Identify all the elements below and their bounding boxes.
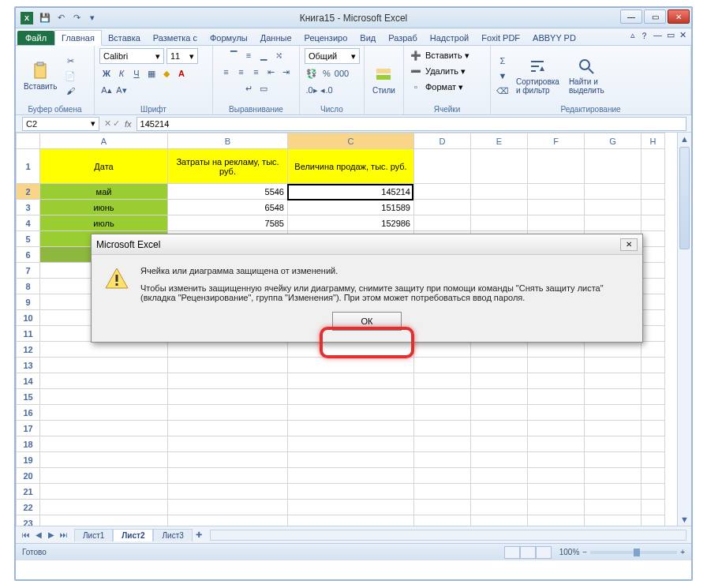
selected-cell[interactable]: 145214 — [288, 184, 414, 200]
sort-filter-button[interactable]: Сортировка и фильтр — [513, 55, 563, 96]
tab-foxit[interactable]: Foxit PDF — [475, 31, 526, 45]
cell[interactable] — [528, 515, 585, 526]
font-color-icon[interactable]: A — [174, 66, 189, 81]
cell[interactable] — [528, 342, 585, 358]
cell[interactable] — [168, 468, 288, 484]
cell[interactable] — [414, 500, 471, 515]
cell[interactable] — [471, 373, 528, 389]
cell[interactable] — [414, 358, 471, 373]
cell[interactable]: июль — [40, 215, 168, 231]
row-header[interactable]: 8 — [17, 279, 40, 294]
scroll-up-icon[interactable]: ▲ — [678, 133, 691, 145]
cell[interactable] — [528, 358, 585, 373]
cell[interactable] — [528, 405, 585, 421]
cell[interactable] — [528, 500, 585, 515]
zoom-slider[interactable] — [590, 551, 677, 554]
row-header[interactable]: 17 — [17, 421, 40, 436]
cell[interactable] — [585, 342, 642, 358]
maximize-button[interactable]: ▭ — [644, 9, 666, 24]
cell[interactable] — [642, 326, 665, 342]
fill-color-icon[interactable]: ◆ — [159, 66, 174, 81]
cell[interactable] — [288, 358, 414, 373]
comma-icon[interactable]: 000 — [335, 66, 349, 81]
cell[interactable] — [40, 389, 168, 405]
view-page-layout-icon[interactable] — [520, 546, 536, 559]
inner-close-icon[interactable]: ✕ — [679, 30, 686, 42]
find-select-button[interactable]: Найти и выделить — [566, 55, 608, 96]
cell[interactable] — [414, 515, 471, 526]
row-header[interactable]: 19 — [17, 452, 40, 468]
cell[interactable] — [642, 515, 665, 526]
tab-layout[interactable]: Разметка с — [147, 31, 204, 45]
minimize-button[interactable]: — — [620, 9, 642, 24]
align-center-icon[interactable]: ≡ — [234, 65, 249, 79]
col-header[interactable]: B — [168, 133, 288, 149]
cell[interactable]: 152986 — [288, 215, 414, 231]
clear-icon[interactable]: ⌫ — [496, 84, 510, 98]
row-header[interactable]: 18 — [17, 436, 40, 452]
cell[interactable] — [585, 358, 642, 373]
cell[interactable] — [471, 421, 528, 436]
tab-view[interactable]: Вид — [354, 31, 382, 45]
cell[interactable] — [40, 484, 168, 500]
copy-icon[interactable]: 📄 — [63, 69, 77, 83]
cell[interactable] — [642, 294, 665, 310]
cell[interactable] — [642, 484, 665, 500]
cell[interactable] — [40, 452, 168, 468]
cell[interactable] — [168, 500, 288, 515]
cells-delete-button[interactable]: ➖Удалить▾ — [409, 64, 466, 78]
cells-insert-button[interactable]: ➕Вставить▾ — [409, 48, 469, 62]
sheet-tab[interactable]: Лист2 — [113, 529, 153, 541]
col-header[interactable]: A — [40, 133, 168, 149]
cell[interactable] — [585, 149, 642, 184]
tab-data[interactable]: Данные — [254, 31, 298, 45]
zoom-out-icon[interactable]: − — [582, 548, 587, 556]
cell[interactable] — [168, 484, 288, 500]
inner-restore-icon[interactable]: ▭ — [667, 30, 675, 42]
cell[interactable] — [288, 421, 414, 436]
cell[interactable] — [168, 373, 288, 389]
align-left-icon[interactable]: ≡ — [219, 65, 234, 79]
row-header[interactable]: 22 — [17, 500, 40, 515]
inner-min-icon[interactable]: — — [653, 30, 662, 42]
fill-icon[interactable]: ▼ — [496, 69, 510, 83]
cell[interactable] — [471, 200, 528, 215]
cell[interactable] — [40, 342, 168, 358]
close-button[interactable]: ✕ — [668, 9, 690, 24]
bold-icon[interactable]: Ж — [99, 66, 114, 81]
cell[interactable] — [288, 452, 414, 468]
cell[interactable] — [40, 500, 168, 515]
sheet-nav-next-icon[interactable]: ▶ — [46, 530, 57, 539]
cells-format-button[interactable]: ▫Формат▾ — [409, 80, 463, 94]
cell[interactable]: май — [40, 184, 168, 200]
row-header[interactable]: 6 — [17, 247, 40, 263]
cell[interactable] — [471, 358, 528, 373]
cell[interactable] — [471, 184, 528, 200]
cell[interactable] — [40, 436, 168, 452]
cell[interactable] — [414, 452, 471, 468]
paste-button[interactable]: Вставить — [21, 60, 60, 92]
font-name-select[interactable]: Calibri▾ — [99, 48, 164, 64]
cell[interactable] — [642, 468, 665, 484]
dialog-close-icon[interactable]: ✕ — [620, 238, 638, 251]
format-painter-icon[interactable]: 🖌 — [63, 84, 77, 98]
ok-button[interactable]: ОК — [332, 312, 402, 331]
cell[interactable] — [585, 436, 642, 452]
currency-icon[interactable]: 💱 — [305, 66, 319, 81]
tab-insert[interactable]: Вставка — [102, 31, 147, 45]
sheet-nav-prev-icon[interactable]: ◀ — [33, 530, 44, 539]
enter-formula-icon[interactable]: ✓ — [113, 118, 120, 129]
row-header[interactable]: 11 — [17, 326, 40, 342]
wrap-text-icon[interactable]: ↵ — [241, 81, 256, 96]
tab-abbyy[interactable]: ABBYY PD — [526, 31, 582, 45]
scroll-thumb[interactable] — [679, 147, 690, 249]
cell[interactable] — [528, 468, 585, 484]
cell[interactable] — [642, 184, 665, 200]
cell[interactable] — [585, 215, 642, 231]
view-normal-icon[interactable] — [504, 546, 520, 559]
cell[interactable] — [168, 452, 288, 468]
cell[interactable] — [414, 389, 471, 405]
zoom-in-icon[interactable]: + — [680, 548, 685, 556]
cell[interactable] — [288, 500, 414, 515]
cell[interactable] — [642, 342, 665, 358]
